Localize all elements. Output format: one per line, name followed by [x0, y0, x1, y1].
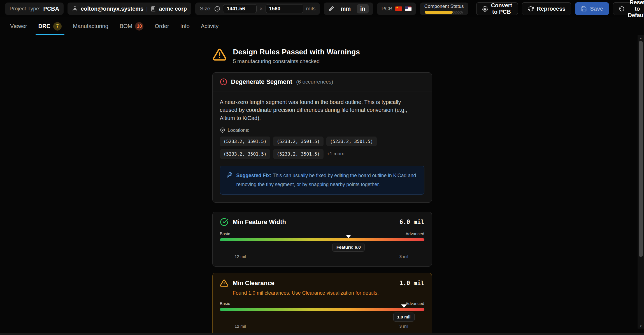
tab-info[interactable]: Info [176, 17, 194, 35]
slider-gradient-track[interactable] [220, 238, 424, 241]
constraint-value: 6.0 mil [399, 219, 424, 225]
refresh-icon [528, 6, 534, 12]
save-button[interactable]: Save [575, 2, 609, 15]
ruler-icon [328, 6, 334, 12]
issue-occurrences: (6 occurrences) [296, 79, 333, 85]
slider-basic-label: Basic [220, 231, 230, 236]
top-toolbar: Project Type: PCBA colton@onnyx.systems … [0, 0, 644, 17]
tab-drc[interactable]: DRC 7 [34, 17, 66, 35]
size-width-input[interactable] [223, 4, 257, 13]
constraint-value: 1.0 mil [399, 280, 424, 287]
building-icon [150, 6, 156, 11]
suggested-fix-box: Suggested Fix: This can usually be fixed… [220, 166, 424, 195]
pcb-origin-pill: PCB ★ [377, 3, 416, 15]
tab-bar: Viewer DRC 7 Manufacturing BOM 10 Order … [0, 17, 644, 35]
us-flag-icon [405, 6, 411, 11]
unit-toggle-pill: mm in [324, 3, 373, 15]
separator: | [146, 6, 148, 12]
warning-triangle-icon [220, 279, 228, 287]
locations-label: Locations: [228, 128, 250, 133]
tab-order[interactable]: Order [150, 17, 173, 35]
project-type-pill: Project Type: PCBA [5, 3, 64, 15]
pcb-label: PCB [382, 6, 392, 12]
location-chips: (5233.2, 3501.5) (5233.2, 3501.5) (5233.… [220, 137, 394, 159]
undo-icon [619, 6, 625, 12]
location-chip[interactable]: (5233.2, 3501.5) [220, 149, 270, 159]
more-locations-link[interactable]: +1 more [326, 151, 345, 157]
warning-triangle-icon [212, 48, 227, 62]
wrench-icon [226, 171, 233, 189]
reprocess-label: Reprocess [537, 6, 565, 12]
slider-range-max: 3 mil [399, 324, 408, 329]
reset-to-default-label: Reset to Default [628, 0, 644, 19]
bottom-edge-strip [0, 333, 644, 335]
slider-range-max: 3 mil [399, 254, 408, 259]
size-mult-sign: × [259, 6, 262, 12]
user-org-pill: colton@onnyx.systems | acme corp [68, 3, 191, 15]
component-status-pill: Component Status [420, 3, 468, 15]
unit-mm-option[interactable]: mm [337, 4, 354, 13]
constraint-warning-text: Found 1.0 mil clearances. Use Clearance … [233, 290, 424, 296]
org-name: acme corp [159, 6, 187, 12]
slider-value-tooltip: Feature: 6.0 [333, 243, 365, 252]
drc-count-badge: 7 [53, 22, 62, 31]
cpu-icon [482, 6, 488, 12]
size-height-input[interactable] [266, 4, 303, 13]
vertical-scrollbar[interactable]: ▲ ▼ [638, 35, 644, 329]
user-email: colton@onnyx.systems [81, 6, 143, 12]
drc-result-subtitle: 5 manufacturing constraints checked [233, 58, 360, 64]
scrollbar-thumb[interactable] [639, 41, 643, 257]
drc-result-title: Design Rules Passed with Warnings [233, 48, 360, 56]
tab-viewer[interactable]: Viewer [6, 17, 32, 35]
size-label: Size: [200, 6, 211, 12]
slider-basic-label: Basic [220, 301, 230, 306]
drc-results-panel: Design Rules Passed with Warnings 5 manu… [212, 35, 432, 335]
component-status-progressbar [425, 11, 463, 14]
slider-value-tooltip: 1.0 mil [393, 313, 414, 322]
size-unit-label: mils [306, 6, 316, 12]
unit-in-option[interactable]: in [357, 4, 369, 13]
issue-title: Degenerate Segment [231, 78, 292, 86]
suggested-fix-label: Suggested Fix: [236, 173, 271, 178]
convert-to-pcb-label: Convert to PCB [491, 2, 512, 15]
slider-range-min: 12 mil [234, 324, 246, 329]
scrollbar-up-arrow[interactable]: ▲ [638, 35, 644, 40]
issue-card-header: Degenerate Segment (6 occurrences) [213, 73, 432, 91]
save-label: Save [590, 6, 603, 12]
scrollbar-down-arrow[interactable]: ▼ [638, 324, 644, 329]
project-type-label: Project Type: [10, 6, 41, 12]
tab-bom[interactable]: BOM 10 [115, 17, 148, 35]
location-chip[interactable]: (5233.2, 3501.5) [273, 137, 324, 146]
size-pill: Size: × mils [195, 3, 320, 15]
location-chip[interactable]: (5233.2, 3501.5) [326, 137, 377, 146]
check-circle-icon [220, 218, 228, 226]
china-flag-icon: ★ [395, 6, 402, 11]
convert-to-pcb-button[interactable]: Convert to PCB [476, 2, 518, 15]
tab-manufacturing[interactable]: Manufacturing [68, 17, 113, 35]
slider-marker[interactable] [401, 304, 407, 308]
constraint-card-min-feature-width: Min Feature Width 6.0 mil Basic Advanced… [212, 212, 432, 267]
constraint-name: Min Feature Width [233, 218, 286, 226]
slider-advanced-label: Advanced [406, 231, 424, 236]
constraint-slider: Basic Advanced 1.0 mil 12 mil 3 mil [220, 301, 424, 329]
issue-card-degenerate-segment: Degenerate Segment (6 occurrences) A nea… [212, 72, 432, 203]
alert-circle-icon [220, 78, 227, 86]
slider-gradient-track[interactable] [220, 308, 424, 311]
save-icon [581, 6, 587, 12]
slider-marker[interactable] [346, 235, 351, 238]
component-status-fill [425, 11, 452, 14]
info-icon [214, 6, 220, 12]
constraint-card-min-clearance: Min Clearance 1.0 mil Found 1.0 mil clea… [212, 273, 432, 335]
location-chip[interactable]: (5233.2, 3501.5) [273, 149, 324, 159]
user-icon [72, 6, 78, 12]
slider-range-min: 12 mil [234, 254, 246, 259]
constraint-name: Min Clearance [233, 279, 275, 287]
project-type-value: PCBA [43, 6, 59, 12]
location-chip[interactable]: (5233.2, 3501.5) [220, 137, 270, 146]
reset-to-default-button[interactable]: Reset to Default [613, 2, 644, 15]
reprocess-button[interactable]: Reprocess [522, 2, 571, 15]
slider-advanced-label: Advanced [406, 301, 424, 306]
map-pin-icon [220, 128, 225, 133]
tab-activity[interactable]: Activity [196, 17, 223, 35]
issue-description: A near-zero length segment was found in … [220, 98, 413, 122]
